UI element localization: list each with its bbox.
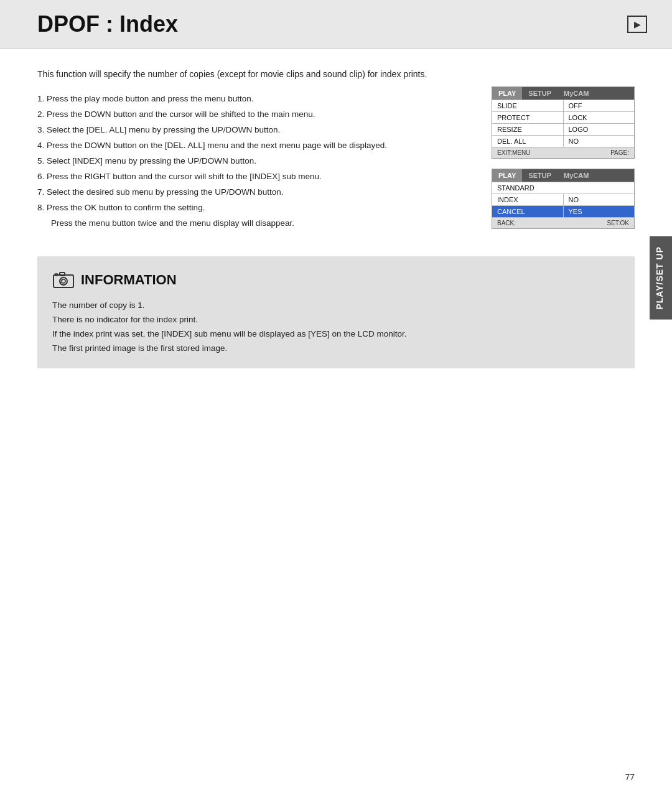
menu2-tab-play: PLAY — [492, 169, 522, 182]
menu1-row-resize: RESIZE LOGO — [492, 123, 634, 135]
step-8b: Press the menu button twice and the menu… — [37, 217, 473, 231]
menu2-cell-cancel-label: CANCEL — [492, 206, 564, 217]
menu1-tab-setup: SETUP — [522, 87, 558, 100]
main-content: This function will specify the number of… — [0, 49, 672, 250]
menu1-footer: EXIT:MENU PAGE: — [492, 147, 634, 158]
info-line-4: The first printed image is the first sto… — [52, 342, 620, 356]
menu1-row-delall: DEL. ALL NO — [492, 135, 634, 147]
info-camera-icon — [52, 269, 75, 291]
camera-svg-icon — [52, 270, 75, 290]
information-section: INFORMATION The number of copy is 1. The… — [37, 256, 635, 368]
menu1-cell-protect-value: LOCK — [564, 112, 635, 123]
menu1-tab-mycam: MyCAM — [558, 87, 595, 100]
menu2-footer-left: BACK: — [497, 220, 516, 226]
page-header: DPOF : Index — [0, 0, 672, 49]
menu1-row-protect: PROTECT LOCK — [492, 111, 634, 123]
menu1-row-slide: SLIDE OFF — [492, 100, 634, 111]
menu1-footer-left: EXIT:MENU — [497, 149, 530, 156]
menu2-row-cancel: CANCEL YES — [492, 205, 634, 217]
menu2-tab-mycam: MyCAM — [558, 169, 595, 182]
menu1-cell-resize-label: RESIZE — [492, 124, 564, 135]
step-5: 5. Select [INDEX] menu by pressing the U… — [37, 154, 473, 169]
description-text: This function will specify the number of… — [37, 68, 473, 81]
step-8a: 8. Press the OK button to confirm the se… — [37, 201, 473, 215]
page-number: 77 — [625, 772, 635, 782]
menu2-cell-index-value: NO — [564, 194, 635, 205]
menu1-tab-play: PLAY — [492, 87, 522, 100]
left-column: This function will specify the number of… — [37, 68, 473, 231]
menu1-footer-right: PAGE: — [610, 149, 629, 156]
side-tab: PLAY/SET UP — [650, 236, 672, 320]
menu2-footer: BACK: SET:OK — [492, 217, 634, 228]
right-column: PLAY SETUP MyCAM SLIDE OFF PROTECT LOCK … — [492, 86, 635, 231]
step-1: 1. Press the play mode button and press … — [37, 92, 473, 106]
info-line-3: If the index print was set, the [INDEX] … — [52, 327, 620, 342]
menu2-row-standard: STANDARD — [492, 182, 634, 194]
menu2-footer-right: SET:OK — [607, 220, 629, 226]
info-line-2: There is no indicator for the index prin… — [52, 313, 620, 327]
play-mode-icon — [627, 16, 647, 33]
page-title: DPOF : Index — [37, 11, 178, 37]
menu2-row-index: INDEX NO — [492, 194, 634, 205]
menu2-tab-setup: SETUP — [522, 169, 558, 182]
menu1-cell-resize-value: LOGO — [564, 124, 635, 135]
steps-list: 1. Press the play mode button and press … — [37, 92, 473, 230]
step-7: 7. Select the desired sub menu by pressi… — [37, 185, 473, 200]
step-6a: 6. Press the RIGHT button and the cursor… — [37, 170, 473, 184]
info-body: The number of copy is 1. There is no ind… — [52, 299, 620, 356]
info-header: INFORMATION — [52, 269, 620, 291]
camera-menu-1: PLAY SETUP MyCAM SLIDE OFF PROTECT LOCK … — [492, 86, 635, 159]
step-2: 2. Press the DOWN button and the cursor … — [37, 108, 473, 122]
menu1-cell-delall-label: DEL. ALL — [492, 136, 564, 147]
menu1-cell-delall-value: NO — [564, 136, 635, 147]
menu1-cell-protect-label: PROTECT — [492, 112, 564, 123]
info-line-1: The number of copy is 1. — [52, 299, 620, 313]
step-4a: 4. Press the DOWN button on the [DEL. AL… — [37, 139, 473, 153]
menu2-cell-cancel-value: YES — [564, 206, 635, 217]
menu1-cell-slide-label: SLIDE — [492, 100, 564, 111]
menu1-tabs: PLAY SETUP MyCAM — [492, 87, 634, 100]
menu2-cell-standard: STANDARD — [492, 182, 634, 194]
menu2-tabs: PLAY SETUP MyCAM — [492, 169, 634, 182]
step-3: 3. Select the [DEL. ALL] menu by pressin… — [37, 123, 473, 138]
svg-rect-3 — [60, 273, 65, 276]
menu2-cell-index-label: INDEX — [492, 194, 564, 205]
info-title: INFORMATION — [81, 272, 177, 288]
camera-menu-2: PLAY SETUP MyCAM STANDARD INDEX NO CANCE… — [492, 169, 635, 229]
menu1-cell-slide-value: OFF — [564, 100, 635, 111]
